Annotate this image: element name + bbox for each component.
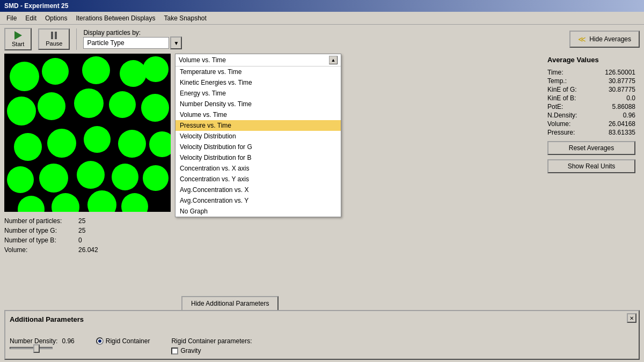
gravity-label: Gravity bbox=[180, 347, 201, 354]
dropdown-item[interactable]: Energy vs. Time bbox=[175, 88, 341, 99]
dropdown-item[interactable]: Concentration vs. X axis bbox=[175, 163, 341, 174]
averages-title: Average Values bbox=[547, 56, 635, 64]
particle bbox=[47, 129, 76, 158]
avg-key: Pressure: bbox=[547, 129, 585, 136]
particle bbox=[149, 131, 171, 157]
radio-group: Rigid Container bbox=[96, 337, 150, 345]
avg-row: Pressure: 83.61335 bbox=[547, 128, 635, 137]
close-additional-params-button[interactable]: ✕ bbox=[627, 313, 636, 323]
averages-panel: Average Values Time: 126.50001Temp.: 30.… bbox=[543, 54, 640, 292]
avg-val: 30.87775 bbox=[609, 77, 635, 85]
dropdown-item[interactable]: Avg.Concentration vs. Y bbox=[175, 195, 341, 206]
particle bbox=[14, 133, 42, 161]
particle bbox=[77, 161, 105, 189]
particle bbox=[120, 60, 147, 87]
avg-row: N.Density: 0.96 bbox=[547, 111, 635, 120]
hide-averages-button[interactable]: ≪ Hide Averages bbox=[569, 31, 640, 48]
pause-button[interactable]: Pause bbox=[38, 28, 70, 50]
particle bbox=[109, 91, 136, 118]
number-density-label: Number Density: bbox=[10, 337, 57, 345]
particle bbox=[7, 97, 36, 125]
stat-label-typeB: Number of type B: bbox=[4, 237, 74, 244]
gravity-checkbox[interactable] bbox=[171, 348, 178, 354]
stat-value-typeB: 0 bbox=[78, 237, 82, 244]
menu-edit[interactable]: Edit bbox=[21, 13, 41, 23]
particle bbox=[118, 130, 146, 158]
avg-row: PotE: 5.86088 bbox=[547, 102, 635, 111]
menu-iterations[interactable]: Iterations Between Displays bbox=[71, 13, 159, 23]
dropdown-item[interactable]: Avg.Concentration vs. X bbox=[175, 184, 341, 195]
simulation-panel: Number of particles: 25 Number of type G… bbox=[4, 54, 171, 292]
dropdown-item[interactable]: Concentration vs. Y axis bbox=[175, 174, 341, 184]
dropdown-item[interactable]: Pressure vs. Time bbox=[175, 120, 341, 131]
particle bbox=[52, 193, 79, 212]
top-controls: Start Pause Display particles by: Partic… bbox=[0, 25, 644, 54]
particle bbox=[38, 92, 65, 120]
avg-row: KinE of G: 30.87775 bbox=[547, 85, 635, 94]
pause-icon bbox=[51, 32, 57, 39]
number-density-slider[interactable] bbox=[10, 347, 53, 349]
particle-dropdown-arrow[interactable]: ▼ bbox=[170, 36, 182, 49]
gravity-checkbox-item[interactable]: Gravity bbox=[171, 347, 252, 354]
rigid-container-group: Rigid Container bbox=[96, 337, 150, 345]
number-density-slider-container bbox=[10, 347, 75, 349]
averages-rows: Time: 126.50001Temp.: 30.87775KinE of G:… bbox=[547, 68, 635, 137]
particle-type-select[interactable]: Particle Type bbox=[83, 37, 169, 49]
particle-select-group: Particle Type ▼ bbox=[83, 36, 182, 49]
avg-row: Temp.: 30.87775 bbox=[547, 77, 635, 85]
avg-val: 83.61335 bbox=[609, 129, 635, 136]
dropdown-item[interactable]: Number Density vs. Time bbox=[175, 99, 341, 109]
graph-dropdown: Volume vs. Time ▲ Temperature vs. TimeKi… bbox=[175, 54, 341, 217]
avg-key: N.Density: bbox=[547, 112, 585, 119]
number-density-value: 0.96 bbox=[62, 337, 74, 345]
hide-additional-params-button[interactable]: Hide Additional Parameters bbox=[181, 296, 279, 310]
avg-val: 5.86088 bbox=[612, 103, 635, 110]
avg-key: PotE: bbox=[547, 103, 585, 110]
menu-options[interactable]: Options bbox=[41, 13, 71, 23]
display-label: Display particles by: bbox=[83, 29, 182, 36]
dropdown-item[interactable]: Kinetic Energies vs. Time bbox=[175, 77, 341, 88]
particle bbox=[18, 196, 45, 212]
avg-key: Temp.: bbox=[547, 77, 585, 85]
avg-key: Time: bbox=[547, 69, 585, 76]
stat-row-typeG: Number of type G: 25 bbox=[4, 226, 171, 235]
divider bbox=[76, 28, 77, 50]
rigid-container-radio[interactable]: Rigid Container bbox=[96, 337, 150, 345]
stat-label-volume: Volume: bbox=[4, 246, 74, 254]
avg-row: KinE of B: 0.0 bbox=[547, 94, 635, 102]
dropdown-item[interactable]: Velocity Distribution bbox=[175, 131, 341, 142]
start-button[interactable]: Start bbox=[4, 28, 32, 50]
display-controls: Display particles by: Particle Type ▼ bbox=[83, 29, 182, 49]
dropdown-item[interactable]: Velocity Distribution for B bbox=[175, 152, 341, 163]
radio-dot-rigid bbox=[96, 337, 104, 345]
particle bbox=[143, 56, 169, 82]
reset-averages-button[interactable]: Reset Averages bbox=[547, 141, 635, 155]
particle bbox=[84, 126, 111, 153]
rigid-params-group: Rigid Container parameters: Gravity bbox=[171, 337, 252, 354]
dropdown-item[interactable]: Temperature vs. Time bbox=[175, 67, 341, 77]
show-real-units-button[interactable]: Show Real Units bbox=[547, 159, 635, 173]
dropdown-item[interactable]: Volume vs. Time bbox=[175, 109, 341, 120]
avg-val: 30.87775 bbox=[609, 86, 635, 93]
additional-params-panel: Additional Parameters ✕ Number Density: … bbox=[4, 310, 640, 360]
menu-file[interactable]: File bbox=[2, 13, 21, 23]
stat-row-particles: Number of particles: 25 bbox=[4, 216, 171, 226]
menu-snapshot[interactable]: Take Snapshot bbox=[159, 13, 210, 23]
dropdown-scroll-up[interactable]: ▲ bbox=[329, 56, 338, 64]
particle bbox=[141, 94, 169, 122]
content-area: Number of particles: 25 Number of type G… bbox=[0, 54, 644, 296]
slider-thumb[interactable] bbox=[33, 344, 40, 353]
avg-key: Volume: bbox=[547, 120, 585, 128]
graph-selected-value: Volume vs. Time bbox=[179, 56, 226, 64]
particle bbox=[112, 164, 138, 190]
bottom-area: Hide Additional Parameters Additional Pa… bbox=[0, 296, 644, 362]
avg-key: KinE of B: bbox=[547, 94, 585, 102]
particle bbox=[121, 193, 148, 212]
dropdown-item[interactable]: No Graph bbox=[175, 206, 341, 217]
avg-key: KinE of G: bbox=[547, 86, 585, 93]
dropdown-item[interactable]: Velocity Distribution for G bbox=[175, 142, 341, 152]
particle bbox=[10, 62, 39, 91]
simulation-canvas bbox=[4, 54, 171, 212]
play-icon bbox=[14, 31, 22, 40]
dropdown-list: Temperature vs. TimeKinetic Energies vs.… bbox=[175, 67, 341, 217]
